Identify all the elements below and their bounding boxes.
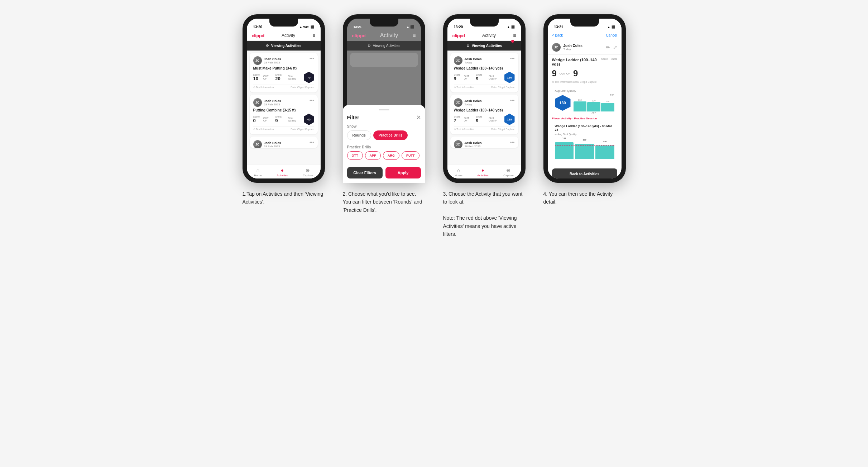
more-dots-1-3[interactable]: ••• (310, 140, 314, 145)
mini-bar-chart: 130 132129124 APP (574, 94, 614, 112)
dashed-line (555, 145, 614, 146)
filter-modal: Filter ✕ Show Rounds Practice Drills Pra… (347, 105, 421, 178)
nav-home-1[interactable]: ⌂ Home (254, 167, 262, 177)
outof-1-1: OUT OF (263, 75, 272, 80)
activity-card-1-2[interactable]: JC Josh Coles 28 Feb 2023 ••• Putting Co… (250, 95, 318, 134)
card-header-3-2: JC Josh Coles Today ••• (454, 98, 515, 107)
detail-user-info: Josh Coles Today (564, 44, 582, 51)
drill-buttons: OTT APP ARG PUTT (347, 151, 421, 160)
apply-button[interactable]: Apply (385, 167, 421, 178)
quality-label-1-1: Shot Quality (288, 75, 300, 80)
caption-3: 3. Choose the Activity that you want to … (443, 190, 526, 238)
phone-section-4: 13:21 ▲ ⬛ < Back Cancel JC Josh Coles (540, 14, 629, 206)
card-header-1-3: JC Josh Coles 28 Feb 2023 ••• (253, 140, 314, 148)
user-info-1-1: Josh Coles 28 Feb 2023 (264, 57, 281, 64)
capture-icon-3: ⊕ (506, 167, 510, 173)
drills-label: Practice Drills (347, 145, 421, 149)
score-value-1-2: 0 (253, 118, 260, 123)
user-date-1-1: 28 Feb 2023 (264, 61, 281, 64)
activities-icon-1: ♦ (281, 167, 283, 173)
drill-btn-app[interactable]: APP (365, 151, 381, 160)
session-info: Player Activity › Practice Session (552, 117, 617, 120)
back-button[interactable]: < Back (552, 33, 563, 37)
more-dots-1-1[interactable]: ••• (310, 56, 314, 61)
phone-inner-2: 13:21 ▲ ⬛ clippd Activity ≡ ⚙ Viewing Ac… (347, 19, 421, 178)
hex-chart-row: 130 130 132129124 APP (555, 94, 614, 112)
back-to-activities-button[interactable]: Back to Activities (552, 168, 617, 178)
user-name-3-2: Josh Coles (465, 99, 482, 103)
hamburger-menu-3[interactable]: ≡ (513, 33, 516, 38)
edit-icon[interactable]: ✏ (606, 44, 610, 50)
card-user-3-2: JC Josh Coles Today (454, 98, 482, 107)
activity-card-3-2[interactable]: JC Josh Coles Today ••• Wedge Ladder (10… (450, 95, 518, 134)
status-icons-1: ▲ WiFi ⬛ (299, 25, 314, 29)
more-dots-3-1[interactable]: ••• (510, 56, 515, 61)
card-footer-1-1: ⊙ Test Information Data: Clippd Capture (253, 85, 314, 89)
phone-notch-2 (370, 19, 398, 27)
nav-capture-1[interactable]: ⊕ Capture (303, 167, 313, 177)
card-user-1-1: JC Josh Coles 28 Feb 2023 (253, 56, 281, 65)
viewing-banner-1[interactable]: ⚙ Viewing Activities (247, 41, 321, 51)
stat-group-shots-1-1: Shots 20 (275, 73, 282, 81)
activity-card-1-3[interactable]: JC Josh Coles 28 Feb 2023 ••• (250, 137, 318, 148)
filter-tab-rounds[interactable]: Rounds (347, 130, 371, 140)
mini-bar-item: 132 (574, 99, 587, 111)
stat-group-score-1-1: Score 10 (253, 73, 260, 81)
hamburger-menu-1[interactable]: ≡ (312, 33, 315, 38)
home-icon-3: ⌂ (457, 167, 460, 173)
card-title-3-2: Wedge Ladder (100–140 yds) (454, 108, 515, 112)
activity-card-3-1[interactable]: JC Josh Coles Today ••• Wedge Ladder (10… (450, 53, 518, 92)
filter-tab-practice[interactable]: Practice Drills (373, 130, 408, 140)
user-name-3-1: Josh Coles (465, 57, 482, 61)
detail-score: 9 (552, 68, 557, 78)
cancel-button[interactable]: Cancel (606, 33, 617, 37)
phone-frame-4: 13:21 ▲ ⬛ < Back Cancel JC Josh Coles (543, 14, 626, 183)
outof-1-2: OUT OF (263, 117, 272, 122)
modal-title: Filter (347, 115, 359, 120)
drill-btn-putt[interactable]: PUTT (402, 151, 419, 160)
phone2-nav: clippd Activity ≡ (347, 30, 421, 41)
phone-section-2: 13:21 ▲ ⬛ clippd Activity ≡ ⚙ Viewing Ac… (339, 14, 429, 214)
history-label: ••• Avg Shot Quality (555, 133, 614, 135)
avatar-1-1: JC (253, 56, 262, 65)
detail-actions: ✏ ⤢ (606, 44, 617, 50)
user-date-3-1: Today (465, 61, 482, 64)
phone2-banner: ⚙ Viewing Activities (347, 41, 421, 51)
hex-big: 130 (555, 95, 571, 111)
history-item: Wedge Ladder (100–140 yds) - 06 Mar 23 •… (552, 121, 617, 162)
nav-activities-1[interactable]: ♦ Activities (277, 167, 288, 177)
clear-filters-button[interactable]: Clear Filters (347, 167, 383, 178)
user-name-1-1: Josh Coles (264, 57, 281, 61)
banner-icon-1: ⚙ (266, 44, 269, 48)
detail-score-row: 9 OUT OF 9 (552, 68, 617, 78)
viewing-banner-3[interactable]: ⚙ Viewing Activities (447, 41, 521, 51)
activity-list-3: JC Josh Coles Today ••• Wedge Ladder (10… (447, 51, 521, 164)
nav-activities-3[interactable]: ♦ Activities (477, 167, 489, 177)
detail-user-sub: Today (564, 48, 582, 51)
more-dots-1-2[interactable]: ••• (310, 98, 314, 103)
activity-card-1-1[interactable]: JC Josh Coles 28 Feb 2023 ••• Must Make … (250, 53, 318, 92)
detail-drill-name: Wedge Ladder (100–140 yds) (552, 58, 601, 66)
user-info-1-2: Josh Coles 28 Feb 2023 (264, 99, 281, 106)
app-nav-1: clippd Activity ≡ (247, 30, 321, 41)
nav-home-3[interactable]: ⌂ Home (455, 167, 462, 177)
filter-modal-overlay: Filter ✕ Show Rounds Practice Drills Pra… (347, 105, 421, 178)
app-nav-3: clippd Activity ≡ (447, 30, 521, 41)
nav-capture-3[interactable]: ⊕ Capture (503, 167, 513, 177)
banner-icon-3: ⚙ (466, 44, 470, 48)
card-footer-1-2: ⊙ Test Information Data: Clippd Capture (253, 127, 314, 131)
expand-icon[interactable]: ⤢ (613, 44, 617, 50)
drill-btn-ott[interactable]: OTT (347, 151, 363, 160)
shots-label-1-1: Shots (275, 73, 282, 76)
stat-group-quality-1-2: Shot Quality (288, 117, 300, 122)
detail-shots: 9 (573, 68, 578, 78)
stat-group-shots-1-2: Shots 9 (275, 115, 282, 123)
phone-notch-1 (269, 19, 298, 27)
card-stats-3-2: Score 7 OUT OF Shots 9 Shot Quality (454, 114, 515, 125)
drill-btn-arg[interactable]: ARG (383, 151, 399, 160)
close-icon[interactable]: ✕ (416, 114, 421, 121)
card-header-3-1: JC Josh Coles Today ••• (454, 56, 515, 65)
more-dots-3-2[interactable]: ••• (510, 98, 515, 103)
activity-card-3-3[interactable]: JC Josh Coles 28 Feb 2023 ••• (450, 137, 518, 148)
hexagon-3-2: 118 (504, 114, 514, 125)
